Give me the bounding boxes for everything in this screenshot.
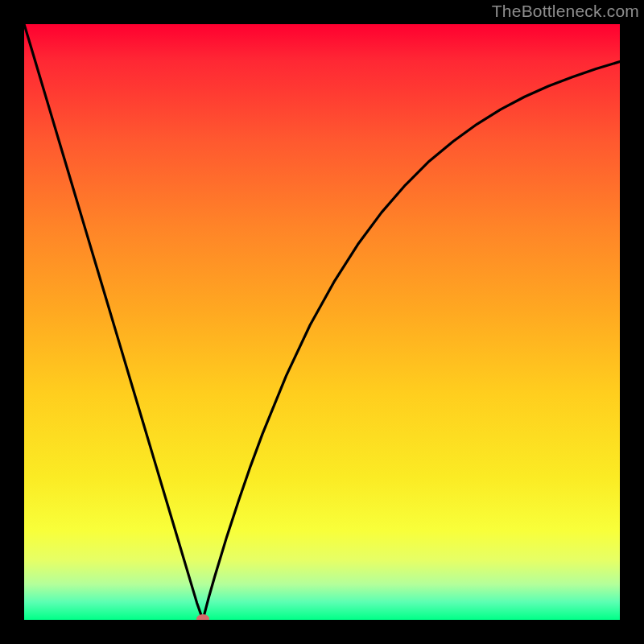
min-marker	[196, 614, 209, 620]
chart-frame: TheBottleneck.com	[0, 0, 644, 644]
curve-line	[24, 24, 620, 620]
plot-area	[24, 24, 620, 620]
chart-svg	[24, 24, 620, 620]
watermark-text: TheBottleneck.com	[492, 2, 639, 21]
